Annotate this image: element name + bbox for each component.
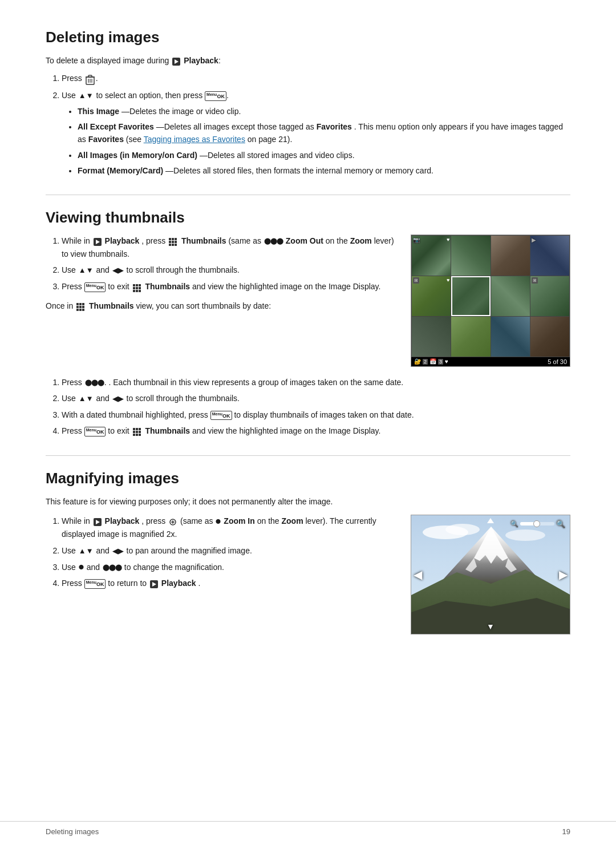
date-step-2: Use ▲▼ and ◀▶ to scroll through the thum…: [62, 392, 570, 405]
svg-rect-26: [136, 290, 138, 292]
svg-rect-41: [136, 431, 138, 433]
section-divider-1: [46, 195, 570, 195]
svg-rect-36: [82, 309, 84, 311]
page-footer: Deleting images 19: [0, 821, 616, 836]
zoom-dots-icon: ⬤⬤⬤: [85, 378, 104, 388]
footer-section-name: Deleting images: [46, 827, 99, 836]
up-down-arrows-4: ▲▼: [79, 545, 94, 557]
tagging-favorites-link[interactable]: Tagging images as Favorites: [144, 135, 245, 144]
magnify-text: While in Playback , press (same as ⬤ Zoo…: [46, 515, 399, 596]
up-triangle: [487, 518, 494, 523]
thumb-step-3: Press MenuOK to exit Thumbnails and view…: [62, 280, 399, 293]
thumb-cell-5: ⊞ ♥: [412, 276, 451, 316]
deleting-options-list: This Image —Deletes the image or video c…: [78, 105, 570, 177]
date-sort-steps: Press ⬤⬤⬤. . Each thumbnail in this view…: [62, 376, 570, 438]
svg-rect-39: [139, 428, 141, 430]
playback-icon-thumb: [94, 235, 102, 248]
svg-rect-35: [79, 309, 82, 311]
thumb-cell-6-active: [451, 276, 490, 316]
menu-ok-badge-5: MenuOK: [84, 579, 106, 589]
thumb-grid: 📷 ♥ ▶ ⊞ ♥ ⊞: [411, 235, 570, 357]
thumbnails-grid-icon-3: [76, 300, 86, 313]
mountain-svg: [411, 515, 570, 634]
svg-rect-31: [76, 306, 79, 308]
svg-rect-34: [76, 309, 79, 311]
svg-rect-15: [175, 241, 177, 243]
svg-rect-30: [82, 303, 84, 305]
option-this-image: This Image —Deletes the image or video c…: [78, 105, 570, 118]
num-badge-2: 2: [423, 359, 428, 365]
svg-rect-38: [136, 428, 138, 430]
svg-rect-17: [172, 244, 174, 246]
zoom-track: [520, 522, 554, 525]
footer-page-number: 19: [562, 827, 570, 836]
magnify-step-2: Use ▲▼ and ◀▶ to pan around the magnifie…: [62, 544, 399, 557]
deleting-intro: To delete a displayed image during Playb…: [46, 54, 570, 67]
deleting-images-section: Deleting images To delete a displayed im…: [46, 29, 570, 177]
magnify-content-area: While in Playback , press (same as ⬤ Zoo…: [46, 515, 570, 634]
thumb-cell-1: 📷 ♥: [412, 236, 451, 276]
svg-rect-25: [133, 290, 135, 292]
svg-rect-19: [133, 284, 135, 286]
svg-rect-16: [169, 244, 171, 246]
playback-icon-inline: [172, 55, 180, 67]
svg-rect-22: [133, 287, 135, 289]
svg-rect-13: [169, 241, 171, 243]
magnify-icon-small: 🔍: [510, 520, 518, 528]
svg-rect-32: [79, 306, 82, 308]
single-dot-icon: ⬤: [216, 518, 221, 525]
svg-rect-37: [133, 428, 135, 430]
menu-ok-badge: MenuOK: [205, 91, 226, 101]
thumb-counter: 5 of 30: [548, 358, 567, 365]
thumbnails-grid-icon-4: [133, 425, 142, 438]
svg-rect-11: [172, 238, 174, 240]
date-step-3: With a dated thumbnail highlighted, pres…: [62, 409, 570, 421]
zoom-handle: [533, 520, 540, 527]
right-nav-arrow[interactable]: ▶: [559, 568, 568, 581]
magnifying-intro: This feature is for viewing purposes onl…: [46, 495, 570, 508]
svg-rect-28: [76, 303, 79, 305]
option-all-except-favorites: All Except Favorites —Deletes all images…: [78, 120, 570, 146]
thumb-cell-12: [530, 317, 569, 357]
thumb-status-bar: 🔐 2 📅 3 ♥ 5 of 30: [411, 357, 570, 366]
heart-status: ♥: [445, 358, 448, 365]
single-dot-icon-2: ⬤: [79, 564, 84, 571]
option-all-images: All Images (in Memory/on Card) —Deletes …: [78, 149, 570, 161]
left-right-arrows-3: ◀▶: [112, 545, 124, 557]
svg-rect-29: [79, 303, 82, 305]
svg-rect-14: [172, 241, 174, 243]
magnify-display-image: 🔍 🔍 ◀ ▶ ▼: [411, 515, 570, 634]
magnifying-images-section: Magnifying images This feature is for vi…: [46, 470, 570, 634]
thumbnails-grid-icon-2: [133, 281, 142, 293]
option-format: Format (Memory/Card) —Deletes all stored…: [78, 164, 570, 177]
thumb-cell-9: [412, 317, 451, 357]
left-right-arrows-2: ◀▶: [112, 393, 124, 405]
camera-icon-3: ⊞: [532, 277, 538, 284]
viewing-thumbnails-heading: Viewing thumbnails: [46, 209, 570, 227]
thumbnails-steps-list: While in Playback , press Thumbnails (sa…: [62, 235, 399, 294]
magnifying-images-heading: Magnifying images: [46, 470, 570, 487]
menu-ok-badge-4: MenuOK: [84, 427, 106, 436]
svg-rect-40: [133, 431, 135, 433]
thumbnails-content-area: While in Playback , press Thumbnails (sa…: [46, 235, 570, 367]
zoom-out-icon: ⬤⬤⬤: [264, 236, 283, 246]
trash-icon: [86, 73, 95, 86]
once-thumbnails-text: Once in Thumbnails view, you can sort th…: [46, 300, 399, 313]
left-nav-arrow[interactable]: ◀: [414, 568, 422, 581]
magnify-steps-list: While in Playback , press (same as ⬤ Zoo…: [62, 515, 399, 590]
svg-point-56: [505, 529, 545, 541]
deleting-step-1: Press .: [62, 72, 570, 85]
up-down-arrows-2: ▲▼: [79, 265, 94, 277]
deleting-images-heading: Deleting images: [46, 29, 570, 46]
thumbnails-text: While in Playback , press Thumbnails (sa…: [46, 235, 399, 318]
heart-icon-1: ♥: [447, 237, 449, 242]
svg-rect-20: [136, 284, 138, 286]
menu-ok-badge-2: MenuOK: [84, 282, 106, 292]
viewing-thumbnails-section: Viewing thumbnails While in Playback , p…: [46, 209, 570, 438]
zoom-fill: [520, 522, 534, 525]
playback-icon-magnify: [94, 515, 102, 528]
thumb-cell-10: [451, 317, 490, 357]
down-nav-arrow[interactable]: ▼: [487, 622, 495, 631]
num-badge-3: 3: [438, 359, 443, 365]
playback-icon-magnify-2: [150, 577, 158, 590]
